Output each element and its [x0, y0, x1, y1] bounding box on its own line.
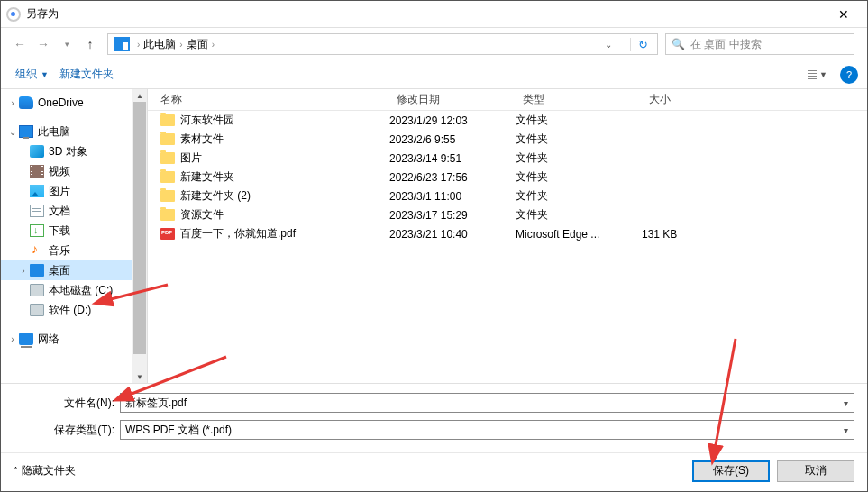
column-header-type[interactable]: 类型 — [516, 92, 642, 107]
sidebar-item[interactable]: ›视频 — [1, 161, 147, 181]
file-date: 2023/2/6 9:55 — [389, 133, 516, 146]
breadcrumb-dropdown-icon[interactable]: ⌄ — [598, 40, 630, 50]
sidebar-item-onedrive[interactable]: › OneDrive — [1, 93, 147, 113]
folder-icon — [30, 304, 44, 316]
file-icon — [160, 190, 175, 202]
sidebar-item-label: 桌面 — [49, 263, 70, 278]
file-row[interactable]: 素材文件2023/2/6 9:55文件夹 — [148, 130, 867, 149]
view-options-button[interactable]: ▼ — [802, 68, 833, 82]
chevron-down-icon: ▼ — [819, 70, 827, 79]
hide-folders-button[interactable]: ˄ 隐藏文件夹 — [14, 463, 76, 478]
sidebar-item-label: 3D 对象 — [49, 144, 87, 159]
sidebar-item-label: 软件 (D:) — [49, 303, 91, 318]
sidebar-item-label: 文档 — [49, 204, 70, 219]
recent-dropdown[interactable]: ▾ — [57, 34, 77, 54]
network-icon — [19, 333, 33, 345]
sidebar-item[interactable]: ›3D 对象 — [1, 141, 147, 161]
toolbar: 组织 ▼ 新建文件夹 ▼ ? — [1, 60, 867, 89]
file-name: 百度一下，你就知道.pdf — [180, 226, 296, 241]
file-name: 新建文件夹 (2) — [180, 188, 251, 204]
help-icon[interactable]: ? — [840, 66, 858, 84]
scroll-down-icon[interactable]: ▼ — [132, 370, 147, 383]
folder-icon — [30, 165, 44, 178]
breadcrumb-current[interactable]: 桌面 — [187, 37, 208, 52]
main-area: › OneDrive ⌄ 此电脑 ›3D 对象›视频›图片›文档›下载›音乐›桌… — [1, 89, 867, 383]
close-icon[interactable]: ✕ — [826, 2, 862, 27]
folder-icon — [30, 264, 44, 277]
filename-row: 文件名(N): 新标签页.pdf — [14, 393, 854, 413]
sidebar-item-network[interactable]: › 网络 — [1, 329, 147, 349]
file-row[interactable]: 新建文件夹2022/6/23 17:56文件夹 — [148, 168, 867, 187]
sidebar-item[interactable]: ›桌面 — [1, 260, 147, 280]
file-icon — [160, 114, 175, 126]
column-header-date[interactable]: 修改日期 — [389, 92, 516, 107]
pc-icon — [114, 37, 130, 51]
file-type: 文件夹 — [516, 113, 642, 128]
file-name: 资源文件 — [180, 207, 224, 223]
file-icon — [160, 152, 175, 164]
footer: ˄ 隐藏文件夹 保存(S) 取消 — [1, 452, 867, 488]
sidebar-item-label: 下载 — [49, 223, 70, 239]
organize-button[interactable]: 组织 ▼ — [10, 63, 54, 86]
save-button[interactable]: 保存(S) — [692, 460, 770, 482]
file-row[interactable]: 图片2023/3/14 9:51文件夹 — [148, 149, 867, 168]
folder-icon — [30, 205, 44, 217]
file-date: 2023/3/1 11:00 — [389, 190, 516, 203]
refresh-icon[interactable]: ↻ — [630, 38, 655, 51]
sidebar-item[interactable]: ›下载 — [1, 221, 147, 241]
file-name: 素材文件 — [180, 132, 224, 147]
sidebar-item[interactable]: ›本地磁盘 (C:) — [1, 280, 147, 300]
sidebar-item[interactable]: ›文档 — [1, 201, 147, 221]
sidebar-item[interactable]: ›软件 (D:) — [1, 300, 147, 320]
folder-icon — [30, 224, 44, 237]
sidebar-item[interactable]: ›音乐 — [1, 241, 147, 260]
filetype-label: 保存类型(T): — [14, 423, 120, 438]
file-size: 131 KB — [642, 228, 750, 241]
file-icon — [160, 171, 175, 183]
column-header-size[interactable]: 大小 — [642, 92, 750, 107]
file-date: 2022/6/23 17:56 — [389, 171, 516, 184]
scroll-up-icon[interactable]: ▲ — [132, 89, 147, 102]
column-header-row: 名称 修改日期 类型 大小 — [148, 89, 867, 111]
file-date: 2023/1/29 12:03 — [389, 114, 516, 127]
chevron-right-icon[interactable]: › — [6, 98, 19, 108]
folder-icon — [30, 284, 44, 296]
pc-icon — [19, 125, 33, 138]
column-header-name[interactable]: 名称 — [148, 92, 389, 107]
filetype-select[interactable]: WPS PDF 文档 (*.pdf) — [120, 420, 854, 440]
cancel-button[interactable]: 取消 — [777, 460, 854, 482]
new-folder-button[interactable]: 新建文件夹 — [54, 63, 119, 86]
sidebar: › OneDrive ⌄ 此电脑 ›3D 对象›视频›图片›文档›下载›音乐›桌… — [1, 89, 147, 383]
sidebar-item-label: 视频 — [49, 164, 70, 179]
sidebar-item-label: 图片 — [49, 184, 70, 199]
breadcrumb-separator-icon: › — [176, 40, 186, 50]
bottom-panel: 文件名(N): 新标签页.pdf 保存类型(T): WPS PDF 文档 (*.… — [1, 383, 867, 452]
forward-button[interactable]: → — [33, 34, 53, 54]
scroll-thumb[interactable] — [133, 102, 146, 354]
breadcrumb-separator-icon: › — [208, 40, 218, 50]
search-input[interactable]: 🔍 在 桌面 中搜索 — [665, 33, 854, 55]
navbar: ← → ▾ ↑ › 此电脑 › 桌面 › ⌄ ↻ 🔍 在 桌面 中搜索 — [1, 28, 867, 60]
file-row[interactable]: 新建文件夹 (2)2023/3/1 11:00文件夹 — [148, 187, 867, 205]
sidebar-item-this-pc[interactable]: ⌄ 此电脑 — [1, 122, 147, 141]
file-date: 2023/3/21 10:40 — [389, 228, 516, 241]
chevron-down-icon: ▼ — [41, 70, 49, 79]
file-row[interactable]: 资源文件2023/3/17 15:29文件夹 — [148, 205, 867, 224]
chevron-down-icon[interactable]: ⌄ — [6, 127, 19, 137]
chevron-up-icon: ˄ — [14, 466, 18, 476]
chevron-right-icon[interactable]: › — [17, 266, 30, 276]
folder-icon — [30, 244, 44, 257]
sidebar-scrollbar[interactable]: ▲ ▼ — [132, 89, 147, 383]
back-button[interactable]: ← — [10, 34, 30, 54]
file-row[interactable]: 河东软件园2023/1/29 12:03文件夹 — [148, 111, 867, 130]
filename-input[interactable]: 新标签页.pdf — [120, 393, 854, 413]
file-row[interactable]: 百度一下，你就知道.pdf2023/3/21 10:40Microsoft Ed… — [148, 224, 867, 243]
titlebar: 另存为 ✕ — [1, 1, 867, 28]
sidebar-item[interactable]: ›图片 — [1, 181, 147, 201]
file-list: 名称 修改日期 类型 大小 河东软件园2023/1/29 12:03文件夹素材文… — [147, 89, 867, 383]
breadcrumb[interactable]: › 此电脑 › 桌面 › ⌄ ↻ — [107, 33, 658, 55]
breadcrumb-root[interactable]: 此电脑 — [143, 37, 176, 52]
search-placeholder: 在 桌面 中搜索 — [690, 37, 762, 52]
chevron-right-icon[interactable]: › — [6, 334, 19, 344]
up-button[interactable]: ↑ — [80, 34, 100, 54]
